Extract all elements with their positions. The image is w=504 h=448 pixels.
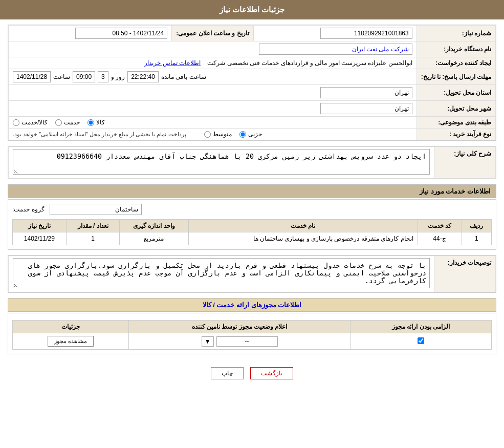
info-row-farayand: نوع فرآیند خرید : پرداخت تمام یا بخشی از… [9,129,496,140]
mojaz-elzami-cell [350,333,491,350]
sharh-row: شرح کلی نیاز: [9,147,496,179]
radio-matawaset[interactable]: متوسط [204,131,232,138]
tarikhe-elam-label: تاریخ و ساعت اعلان عمومی: [172,26,253,41]
page-wrapper: جزئیات اطلاعات نیاز شماره نیاز: 11020929… [0,0,504,448]
ostan-label: استان محل تحویل: [417,85,495,101]
page-title: جزئیات اطلاعات نیاز [220,5,284,14]
radio-matawaset-label: متوسط [213,131,232,138]
mohlat-date-section: 1402/11/28 ساعت 09:00 3 روز و 22:22:40 س… [13,71,412,82]
tarikhe-elam-value: 1402/11/24 - 08:50 [75,28,167,39]
col-tedad: تعداد / مقدار [66,220,120,232]
radio-jozei[interactable]: جزیی [239,131,262,138]
mohlat-date: 1402/11/28 [13,71,51,82]
radio-jozei-label: جزیی [248,131,262,138]
khadamat-section-title: اطلاعات خدمات مورد نیاز [8,184,496,198]
radio-kala[interactable]: کالا [87,119,105,126]
mohlat-mande-label: ساعت باقی مانده [161,73,206,80]
ijanKonande-value: ابوالحسن علیزاده سرپرست امور مالی و قرار… [207,59,412,67]
col-kod: کد خدمت [418,220,462,232]
mohlat-roz-label: روز و [111,73,125,80]
mojaz-section-title: اطلاعات مجوزهای ارائه خدمت / کالا [8,298,496,312]
mohlat-roz: 3 [98,71,108,82]
mojaz-table: الزامی بودن ارائه مجوز اعلام وضعیت مجوز … [12,320,492,350]
namDastgah-value: شرکت ملی نفت ایران [259,44,412,55]
info-row-mohlat: مهلت ارسال پاسخ: تا تاریخ: 1402/11/28 سا… [9,69,496,85]
radio-kala-khadamat-input[interactable] [13,119,19,126]
radio-kala-khadamat[interactable]: کالا/خدمت [13,119,48,126]
info-row-shomara: شماره نیاز: 1102092921001863 تاریخ و ساع… [9,26,496,41]
mohlat-label: مهلت ارسال پاسخ: تا تاریخ: [417,69,495,85]
info-row-dastgah: نام دستگاه خریدار: شرکت ملی نفت ایران [9,41,496,57]
gorohe-khadamat-value: ساختمان [50,204,142,215]
cell-vahed: مترمربع [120,232,188,245]
services-row-0: 1 ج-44 انجام کارهای متفرقه درخصوص بارساز… [13,232,492,245]
info-row-shahr: شهر محل تحویل: تهران [9,101,496,117]
gorohe-khadamat-row: گروه خدمت: ساختمان [12,204,492,215]
info-row-tabaqe: طبقه بندی موضوعی: کالا/خدمت خدمت [9,117,496,129]
back-button[interactable]: بازگشت [250,367,293,379]
radio-kala-label: کالا [96,119,105,126]
radio-kala-khadamat-label: کالا/خدمت [21,119,48,126]
shomareNiaz-label: شماره نیاز: [417,26,495,41]
mojaz-row: -- ▼ مشاهده مجوز [13,333,492,350]
mojaz-joziyat-cell: مشاهده مجوز [13,333,129,350]
radio-jozei-input[interactable] [239,131,246,138]
noFarayand-label: نوع فرآیند خرید : [417,129,495,140]
radio-kala-input[interactable] [87,119,94,126]
mojaz-dropdown-value: -- [216,336,278,347]
mohlat-mande: 22:22:40 [127,71,159,82]
toseeh-section: توصیحات خریدار: [8,255,496,293]
tabaqe-radio-group: کالا/خدمت خدمت کالا [13,119,412,126]
sharh-textarea[interactable] [13,149,430,175]
cell-kod: ج-44 [418,232,462,245]
mojaz-header-row: الزامی بودن ارائه مجوز اعلام وضعیت مجوز … [13,321,492,333]
ostan-value: تهران [320,87,412,98]
ijanKonande-label: ایجاد کننده درخواست: [417,57,495,69]
khadamat-section: گروه خدمت: ساختمان ردیف کد خدمت نام خدمت… [8,199,496,250]
col-name: نام خدمت [188,220,418,232]
print-button[interactable]: چاپ [211,367,244,379]
cell-tedad: 1 [66,232,120,245]
col-radif: ردیف [462,220,491,232]
mojaz-checkbox[interactable] [418,337,424,344]
farayand-radio-group: پرداخت تمام یا بخشی از مبلغ خریدار محل "… [13,131,412,138]
mohlat-saat-label: ساعت [53,73,70,80]
mojaz-elam-cell: -- ▼ [129,333,350,350]
mojaz-section: الزامی بودن ارائه مجوز اعلام وضعیت مجوز … [8,313,496,354]
info-row-ostan: استان محل تحویل: تهران [9,85,496,101]
toseeh-table: توصیحات خریدار: [8,255,496,292]
radio-matawaset-input[interactable] [204,131,211,138]
toseeh-textarea[interactable] [13,258,430,288]
footer-buttons: بازگشت چاپ [8,359,496,387]
info-section: شماره نیاز: 1102092921001863 تاریخ و ساع… [8,25,496,141]
page-header: جزئیات اطلاعات نیاز [0,0,504,19]
cell-tarikh: 1402/11/29 [13,232,67,245]
radio-khadamat-input[interactable] [55,119,62,126]
sharh-label: شرح کلی نیاز: [434,147,496,179]
cell-name: انجام کارهای متفرقه درخصوص بارسازی و بهس… [188,232,418,245]
gorohe-khadamat-label: گروه خدمت: [12,206,45,213]
main-content: شماره نیاز: 1102092921001863 تاریخ و ساع… [0,19,504,392]
mojaz-dropdown-arrow-btn[interactable]: ▼ [202,336,214,347]
namDastgah-label: نام دستگاه خریدار: [417,41,495,57]
services-table: ردیف کد خدمت نام خدمت واحد اندازه گیری ت… [12,219,492,245]
col-vahed: واحد اندازه گیری [120,220,188,232]
cell-radif: 1 [462,232,491,245]
info-table: شماره نیاز: 1102092921001863 تاریخ و ساع… [8,25,496,140]
col-elam: اعلام وضعیت مجوز توسط نامین کننده [129,321,350,333]
col-joziyat: جزئیات [13,321,129,333]
col-elzami: الزامی بودن ارائه مجوز [350,321,491,333]
mohlat-saat: 09:00 [73,71,95,82]
services-header-row: ردیف کد خدمت نام خدمت واحد اندازه گیری ت… [13,220,492,232]
etela-link[interactable]: اطلاعات تماس خریدار [144,59,201,67]
toseeh-label: توصیحات خریدار: [434,256,496,292]
toseeh-row: توصیحات خریدار: [9,256,496,292]
shahr-value: تهران [320,103,412,114]
farayand-desc: پرداخت تمام یا بخشی از مبلغ خریدار محل "… [13,131,186,138]
sharh-section: شرح کلی نیاز: [8,146,496,179]
shomareNiaz-value: 1102092921001863 [320,28,412,39]
radio-khadamat[interactable]: خدمت [55,119,80,126]
mojaz-view-button[interactable]: مشاهده مجوز [48,336,94,347]
info-row-ijan: ایجاد کننده درخواست: ابوالحسن علیزاده سر… [9,57,496,69]
tabaqe-label: طبقه بندی موضوعی: [417,117,495,129]
